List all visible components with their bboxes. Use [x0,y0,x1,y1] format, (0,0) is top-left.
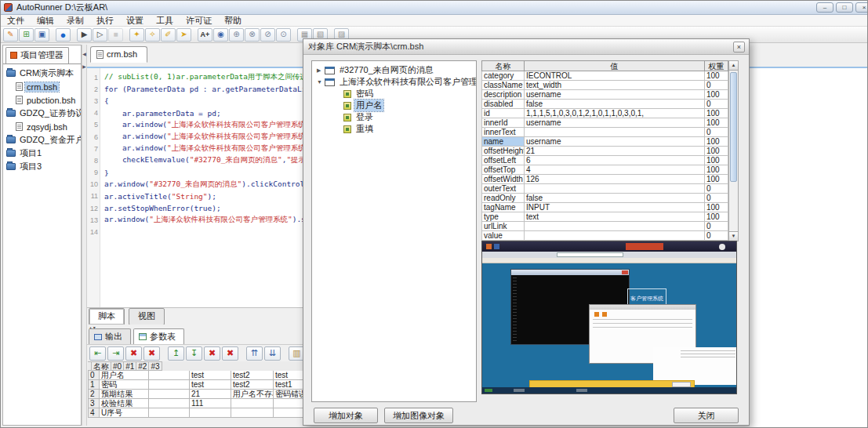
param-cell[interactable]: test2 [231,371,274,380]
property-row[interactable]: id 1,1,1,5,1,0,3,0,1,2,1,0,1,1,0,3,0,1, … [481,109,728,118]
property-name-cell[interactable]: offsetHeight [481,147,525,156]
property-row[interactable]: offsetHeight 21 100 [481,147,728,156]
dialog-title-bar[interactable]: 对象库 CRM演示脚本\crm.bsh [303,39,749,55]
expander-icon[interactable]: ▶ [317,67,325,74]
menu-item[interactable]: 工具 [150,15,180,27]
project-tree-item[interactable]: 项目1 [3,147,81,160]
property-value-cell[interactable]: username [525,90,705,100]
property-weight-cell[interactable]: 0 [705,184,728,194]
new-script-button[interactable]: ✎ [3,28,18,42]
param-cell[interactable]: 111 [190,399,231,408]
menu-item[interactable]: 帮助 [218,15,248,27]
param-name-cell[interactable]: 校验结果 [100,399,149,408]
tool-button-2[interactable]: ⊗ [245,28,260,42]
tool-button-1[interactable]: ⊕ [229,28,244,42]
property-weight-cell[interactable]: 100 [705,203,728,212]
property-name-cell[interactable]: offsetLeft [481,156,525,165]
add-image-object-button[interactable]: 增加图像对象 [384,408,453,423]
checkpoint-button[interactable]: ✐ [161,28,176,42]
close-button[interactable]: × [855,2,868,13]
property-weight-cell[interactable]: 0 [705,222,728,231]
property-weight-cell[interactable]: 0 [705,100,728,109]
param-cell[interactable]: test [190,380,231,390]
property-value-cell[interactable]: INPUT [525,203,705,212]
property-row[interactable]: value 0 [481,231,728,241]
property-row[interactable]: tagName INPUT 100 [481,203,728,212]
project-tree-item[interactable]: pubction.bsh [3,93,81,107]
project-tree-item[interactable]: CRM演示脚本 [3,67,81,80]
property-row[interactable]: outerText 0 [481,184,728,194]
property-name-cell[interactable]: offsetTop [481,165,525,175]
property-row[interactable]: name username 100 [481,137,728,147]
property-value-cell[interactable]: text_width [525,81,705,90]
property-row[interactable]: disabled false 0 [481,100,728,109]
property-weight-cell[interactable]: 100 [705,212,728,222]
scroll-up-icon[interactable]: ▲ [729,61,738,71]
property-name-cell[interactable]: name [481,137,525,147]
close-dialog-button[interactable]: 关闭 [674,408,739,423]
property-value-cell[interactable]: 1,1,1,5,1,0,3,0,1,2,1,0,1,1,0,3,0,1, [525,109,705,118]
project-tree-item[interactable]: 项目3 [3,160,81,173]
parameter-table-row[interactable]: 1 密码 test test2 test1 [88,380,314,390]
property-name-cell[interactable]: category [481,71,525,81]
param-name-cell[interactable]: 预期结果 [100,390,149,399]
property-weight-cell[interactable]: 100 [705,109,728,118]
param-cell[interactable] [149,380,190,390]
tab-parameter-table[interactable]: 参数表 [133,328,184,344]
property-value-cell[interactable]: username [525,137,705,147]
param-name-cell[interactable]: 密码 [100,380,149,390]
menu-item[interactable]: 编辑 [31,15,60,27]
tab-script[interactable]: 脚本 [89,308,125,325]
param-cell[interactable]: 用户名不存在 [231,390,274,399]
object-tree-item[interactable]: 重填 [312,123,476,135]
property-row[interactable]: description username 100 [481,90,728,100]
sync-point-button[interactable]: ➤ [176,28,191,42]
property-name-cell[interactable]: innerId [481,118,525,128]
property-weight-cell[interactable]: 100 [705,156,728,165]
property-weight-cell[interactable]: 100 [705,147,728,156]
property-row[interactable]: offsetLeft 6 100 [481,156,728,165]
sort-asc-button[interactable]: ⇈ [246,346,263,361]
step-run-button[interactable]: ▷ [93,28,107,42]
property-row[interactable]: className text_width 0 [481,81,728,90]
property-weight-cell[interactable]: 0 [705,231,728,241]
parameter-table-row[interactable]: 3 校验结果 111 [88,399,314,408]
web-record-button[interactable]: ◉ [213,28,228,42]
sort-desc-button[interactable]: ⇊ [264,346,281,361]
tool-button-4[interactable]: ⊙ [276,28,291,42]
property-name-cell[interactable]: offsetWidth [481,175,525,184]
save-button[interactable]: ▣ [35,28,49,42]
property-weight-cell[interactable]: 100 [705,165,728,175]
property-row[interactable]: offsetTop 4 100 [481,165,728,175]
property-weight-cell[interactable]: 0 [705,128,728,137]
property-row[interactable]: innerId username 100 [481,118,728,128]
property-name-cell[interactable]: disabled [481,100,525,109]
param-cell[interactable] [231,408,274,418]
parameter-table-row[interactable]: 4 U序号 [88,408,314,418]
record-button[interactable]: ● [56,28,71,42]
property-weight-cell[interactable]: 100 [705,137,728,147]
property-value-cell[interactable]: 21 [525,147,705,156]
property-value-cell[interactable]: false [525,100,705,109]
project-tree-item[interactable]: GDZQ_证券协议转帐 [3,107,81,120]
tab-project-manager[interactable]: 项目管理器 [5,47,69,63]
param-cell[interactable] [149,408,190,418]
property-value-cell[interactable] [525,222,705,231]
insert-row-above-button[interactable]: ↥ [168,346,184,361]
menu-item[interactable]: 许可证 [180,15,218,27]
collapse-left-icon[interactable]: ◀ [82,51,86,57]
param-cell[interactable] [149,390,190,399]
tab-output[interactable]: 输出 [89,328,131,344]
menu-item[interactable]: 录制 [60,15,90,27]
property-value-cell[interactable]: 6 [525,156,705,165]
param-cell[interactable] [149,399,190,408]
run-button[interactable]: ▶ [77,28,92,42]
object-spy-button[interactable]: ✦ [129,28,144,42]
project-tree-item[interactable]: zqsydj.bsh [3,120,81,133]
property-row[interactable]: type text 100 [481,212,728,222]
property-name-cell[interactable]: type [481,212,525,222]
insert-col-after-button[interactable]: ⇥ [107,346,124,361]
property-row[interactable]: offsetWidth 126 100 [481,175,728,184]
property-value-cell[interactable] [525,231,705,241]
delete-all-row-button[interactable]: ✖ [222,346,238,361]
